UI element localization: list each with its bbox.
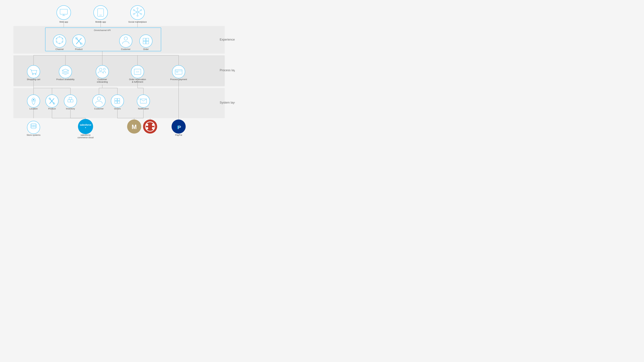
customer-sys-label: Customer xyxy=(94,107,104,110)
process-layer-label: Process layer xyxy=(220,68,235,72)
customer-sys-circle xyxy=(92,95,105,107)
mobile-app-circle xyxy=(94,5,108,19)
svg-text:</>: </> xyxy=(136,71,139,73)
order-exp-circle xyxy=(140,35,152,47)
channel-label: Channel xyxy=(56,48,64,50)
svg-text:●: ● xyxy=(85,126,86,129)
salesforce-label: salesforce xyxy=(80,134,90,136)
svg-rect-54 xyxy=(176,71,178,72)
svg-point-106 xyxy=(146,124,148,126)
svg-text:P: P xyxy=(178,124,181,130)
location-circle xyxy=(27,95,40,107)
paypal-label: PayPal xyxy=(175,134,182,136)
social-marketplace-label: Social marketplace xyxy=(128,21,147,23)
web-app-circle xyxy=(57,5,71,19)
customer-exp-label: Customer xyxy=(121,48,131,50)
product-exp-label: Product xyxy=(75,48,83,50)
svg-point-108 xyxy=(146,127,148,129)
customer-onboard-label: Customer xyxy=(98,78,107,81)
customer-onboard-label2: onboarding xyxy=(97,81,108,83)
process-layer-bg xyxy=(14,55,225,86)
store-systems-label: Store systems xyxy=(27,134,40,136)
process-payment-circle xyxy=(172,65,185,78)
customer-onboard-circle xyxy=(96,65,109,78)
svg-point-69 xyxy=(33,99,34,100)
experience-layer-label: Experience layer xyxy=(220,38,235,41)
customer-exp-circle xyxy=(120,35,132,47)
salesforce-label2: commerce cloud xyxy=(78,136,94,139)
product-avail-label: Product availability xyxy=(56,78,75,81)
web-app-label: Web app xyxy=(59,21,68,23)
shopping-cart-circle xyxy=(27,65,40,78)
svg-text:salesforce: salesforce xyxy=(80,123,91,126)
store-systems-circle xyxy=(27,121,40,134)
order-exp-label: Order xyxy=(143,48,149,50)
svg-point-109 xyxy=(152,127,154,129)
architecture-diagram: Experience layer Process layer System la… xyxy=(0,0,235,146)
svg-point-107 xyxy=(152,124,154,126)
mobile-app-label: Mobile app xyxy=(95,21,106,23)
api-label: Omnichannel API xyxy=(94,29,111,31)
svg-text:M: M xyxy=(132,123,137,130)
system-layer-label: System layer xyxy=(220,101,235,104)
